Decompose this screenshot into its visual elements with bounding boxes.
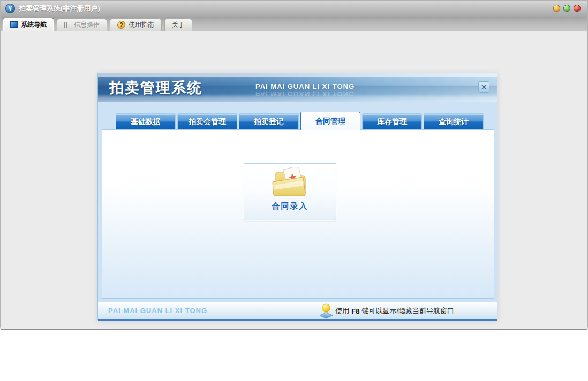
tab-label: 信息操作 <box>74 20 100 29</box>
dialog-tab-contract-management[interactable]: 合同管理 <box>300 112 360 130</box>
window-controls <box>553 5 581 12</box>
footer-tip-suffix: 键可以显示/隐藏当前导航窗口 <box>361 306 454 316</box>
maximize-button[interactable] <box>563 5 570 12</box>
dialog-tab-basic-data[interactable]: 基础数据 <box>116 113 176 129</box>
footer-tip-key: F8 <box>351 307 359 315</box>
shortcut-label: 合同录入 <box>272 201 308 211</box>
window-tabstrip: 系统导航 信息操作 ? 使用指南 关于 <box>1 17 587 31</box>
tab-user-guide[interactable]: ? 使用指南 <box>110 19 162 31</box>
tab-label: 使用指南 <box>129 20 154 29</box>
dialog-footer: PAI MAI GUAN LI XI TONG <box>98 302 497 321</box>
folder-document-icon <box>268 167 313 200</box>
footer-tip-prefix: 使用 <box>335 306 349 316</box>
dialog-tab-query-statistics[interactable]: 查询统计 <box>424 113 484 129</box>
dialog-tab-auction-registration[interactable]: 拍卖登记 <box>239 113 299 129</box>
tab-system-navigation[interactable]: 系统导航 <box>3 18 54 31</box>
blue-square-icon <box>10 21 18 28</box>
close-window-button[interactable] <box>574 5 581 12</box>
window-title: 拍卖管理系统(非注册用户) <box>19 4 100 13</box>
workarea: 拍卖管理系统 PAI MAI GUAN LI XI TONG PAI MAI G… <box>1 31 587 330</box>
app-logo-icon: Y <box>5 4 15 13</box>
lightbulb-icon <box>319 303 333 319</box>
page: Y 拍卖管理系统(非注册用户) 系统导航 信息操作 ? 使用指南 <box>0 0 588 381</box>
footer-tip: 使用F8键可以显示/隐藏当前导航窗口 <box>319 302 454 319</box>
grid-icon <box>64 22 71 28</box>
dialog-tab-auction-management[interactable]: 拍卖会管理 <box>177 113 237 129</box>
footer-brand: PAI MAI GUAN LI XI TONG <box>108 307 207 315</box>
dialog-header: 拍卖管理系统 PAI MAI GUAN LI XI TONG PAI MAI G… <box>98 73 497 102</box>
tab-about[interactable]: 关于 <box>164 19 192 31</box>
tab-info-operation[interactable]: 信息操作 <box>57 19 107 31</box>
dialog-subtitle-reflection: PAI MAI GUAN LI XI TONG <box>255 90 355 98</box>
close-dialog-button[interactable]: ✕ <box>478 81 489 93</box>
dialog-tab-inventory-management[interactable]: 库存管理 <box>362 113 422 129</box>
dialog-subtitle: PAI MAI GUAN LI XI TONG <box>255 82 355 90</box>
tab-label: 关于 <box>172 20 185 29</box>
contract-entry-button[interactable]: 合同录入 <box>244 163 336 220</box>
dialog-title: 拍卖管理系统 <box>109 78 202 97</box>
app-window: Y 拍卖管理系统(非注册用户) 系统导航 信息操作 ? 使用指南 <box>0 0 588 330</box>
navigator-dialog: 拍卖管理系统 PAI MAI GUAN LI XI TONG PAI MAI G… <box>97 73 497 320</box>
tab-label: 系统导航 <box>21 20 47 29</box>
minimize-button[interactable] <box>553 5 560 12</box>
titlebar[interactable]: Y 拍卖管理系统(非注册用户) <box>1 1 587 17</box>
question-circle-icon: ? <box>117 21 125 29</box>
